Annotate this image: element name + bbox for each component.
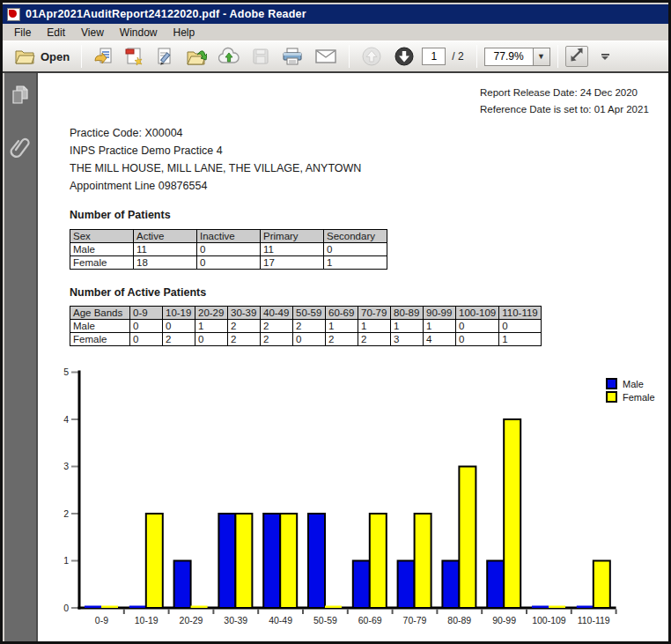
y-axis-tick-label: 1 [63,555,69,566]
menu-window[interactable]: Window [112,26,166,40]
column-header: 0-9 [130,307,163,320]
legend-swatch [607,392,616,402]
legend-swatch [607,379,616,389]
male-bar [218,514,235,608]
toolbar-overflow-icon [601,54,609,56]
column-header: 70-79 [358,307,391,320]
table-cell: 2 [228,333,261,346]
practice-name: INPS Practice Demo Practice 4 [70,142,361,159]
x-axis-category-label: 50-59 [313,615,337,625]
toolbar: Open [3,41,668,73]
table-cell: 2 [261,320,293,333]
fit-window-icon [569,47,585,66]
x-axis-category-label: 110-119 [578,615,610,625]
x-axis-category-label: 100-109 [532,615,566,625]
open-button[interactable]: Open [10,44,74,69]
table-header-row: SexActiveInactivePrimarySecondary [70,230,387,243]
female-bar [594,561,610,609]
menu-edit[interactable]: Edit [39,26,73,40]
pdf-app-icon [7,8,20,21]
column-header: 20-29 [195,307,228,320]
next-page-button[interactable] [389,42,419,70]
sign-document-button[interactable] [151,43,179,70]
table-cell: 4 [424,333,456,346]
menu-file[interactable]: File [6,26,39,40]
page-number-input[interactable] [422,48,446,65]
table-header-row: Age Bands0-910-1920-2930-3940-4950-5960-… [70,307,542,320]
share-document-icon [93,47,113,66]
column-header: 60-69 [326,307,358,320]
upload-cloud-icon [218,47,240,66]
menu-bar: File Edit View Window Help [3,24,668,41]
email-button[interactable] [310,43,342,70]
column-header: Active [134,230,197,243]
x-axis-category-label: 20-29 [180,615,203,625]
x-axis-category-label: 0-9 [95,615,108,625]
female-bar [459,467,476,609]
male-bar [308,514,325,608]
table-cell: 2 [293,320,326,333]
table-cell: 0 [195,333,228,346]
toolbar-separator [81,45,82,68]
practice-address: THE MILL HOUSE, MILL LANE, THE VILLAGE, … [70,159,361,177]
male-zero-bar [85,606,101,609]
open-button-label: Open [41,50,70,63]
page-thumbnails-icon[interactable] [11,85,30,109]
reference-date: Reference Date is set to: 01 Apr 2021 [480,101,649,118]
zoom-dropdown-arrow-icon[interactable]: ▼ [533,48,550,66]
upload-cloud-button[interactable] [214,43,244,70]
print-button[interactable] [277,43,307,70]
practice-details-block: Practice Code: X00004 INPS Practice Demo… [70,124,361,195]
open-folder-icon [14,48,35,65]
female-zero-bar [191,606,208,609]
table-cell: Male [70,243,134,256]
menu-view[interactable]: View [73,26,112,40]
number-of-patients-table: SexActiveInactivePrimarySecondary Male11… [70,229,387,270]
fit-window-button[interactable] [565,46,588,67]
save-button[interactable] [247,43,275,70]
female-zero-bar [101,606,118,609]
table-cell: 0 [197,243,261,256]
table-cell: 0 [456,333,499,346]
male-zero-bar [577,606,594,609]
y-axis-tick-label: 4 [63,414,69,425]
column-header: 90-99 [424,307,456,320]
legend-label: Female [623,392,655,403]
male-bar [174,561,191,609]
table-cell: 2 [326,333,358,346]
table-cell: 1 [499,333,542,346]
table-cell: Female [70,333,130,346]
table-row: Male110110 [70,243,387,256]
male-bar [442,561,459,609]
male-bar [263,514,280,608]
pdf-page[interactable]: Report Release Date: 24 Dec 2020 Referen… [38,73,668,641]
zoom-combobox[interactable]: 77.9% ▼ [484,48,550,66]
column-header: 10-19 [163,307,195,320]
title-bar[interactable]: 01Apr2021AuditReport24122020.pdf - Adobe… [3,3,668,24]
attachments-icon[interactable] [10,136,31,162]
previous-page-icon [361,46,382,67]
table-cell: 2 [228,320,261,333]
legend-label: Male [623,379,644,389]
table-cell: 11 [261,243,324,256]
navigation-pane [3,73,38,641]
zoom-level-value[interactable]: 77.9% [484,48,533,66]
x-axis-category-label: 90-99 [492,615,516,625]
table-cell: 1 [324,256,387,270]
create-pdf-button[interactable] [120,43,148,70]
print-icon [282,47,303,66]
previous-page-button[interactable] [357,42,387,70]
y-axis-tick-label: 3 [63,461,69,471]
menu-help[interactable]: Help [166,26,203,40]
toolbar-separator [557,45,558,68]
male-zero-bar [532,606,549,609]
share-document-button[interactable] [89,43,117,70]
column-header: 40-49 [261,307,293,320]
female-bar [370,514,387,608]
female-bar [504,419,520,608]
female-zero-bar [549,606,565,609]
create-pdf-icon [124,47,144,66]
report-dates-block: Report Release Date: 24 Dec 2020 Referen… [480,85,649,118]
save-to-folder-button[interactable] [181,43,211,70]
toolbar-overflow-button[interactable] [598,50,613,63]
